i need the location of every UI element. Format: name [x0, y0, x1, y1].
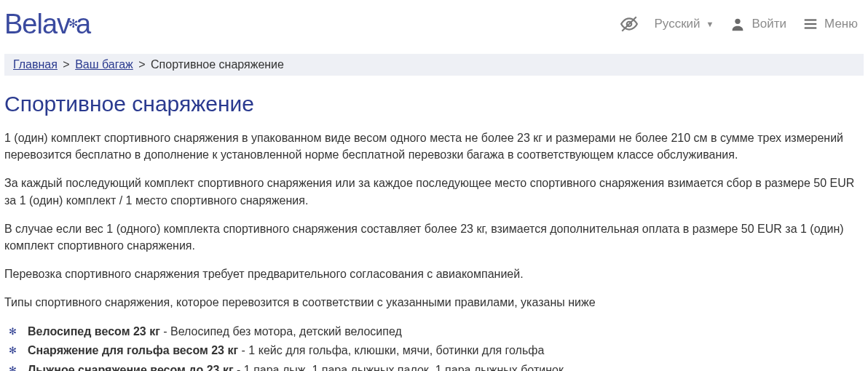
paragraph-4: Перевозка спортивного снаряжения требует… — [4, 266, 862, 282]
list-item: Снаряжение для гольфа весом 23 кг - 1 ке… — [25, 342, 862, 360]
main-content: Спортивное снаряжение 1 (один) комплект … — [0, 76, 868, 371]
svg-point-2 — [735, 19, 741, 24]
breadcrumb-home[interactable]: Главная — [13, 58, 58, 71]
paragraph-2: За каждый последующий комплект спортивно… — [4, 175, 862, 208]
site-header: Belav✻a Русский ▼ Войти — [0, 0, 868, 45]
paragraph-3: В случае если вес 1 (одного) комплекта с… — [4, 220, 862, 254]
breadcrumb: Главная > Ваш багаж > Спортивное снаряже… — [4, 54, 864, 76]
language-label: Русский — [655, 17, 701, 31]
menu-button[interactable]: Меню — [802, 16, 858, 32]
chevron-down-icon: ▼ — [706, 20, 714, 28]
menu-icon — [802, 16, 818, 32]
menu-label: Меню — [824, 17, 858, 31]
accessibility-icon[interactable] — [620, 15, 639, 33]
breadcrumb-current: Спортивное снаряжение — [151, 58, 284, 71]
user-icon — [730, 16, 746, 32]
header-actions: Русский ▼ Войти Меню — [620, 15, 859, 33]
paragraph-5: Типы спортивного снаряжения, которое пер… — [4, 294, 862, 311]
breadcrumb-baggage[interactable]: Ваш багаж — [75, 58, 133, 71]
snowflake-icon: ✻ — [68, 17, 77, 31]
language-selector[interactable]: Русский ▼ — [655, 17, 714, 31]
list-item: Велосипед весом 23 кг - Велосипед без мо… — [25, 323, 862, 341]
page-title: Спортивное снаряжение — [4, 92, 862, 116]
equipment-list: Велосипед весом 23 кг - Велосипед без мо… — [4, 323, 862, 372]
list-item: Лыжное снаряжение весом до 23 кг - 1 пар… — [25, 362, 862, 371]
paragraph-1: 1 (один) комплект спортивного снаряжения… — [4, 129, 862, 163]
login-button[interactable]: Войти — [730, 16, 786, 32]
login-label: Войти — [751, 17, 786, 31]
brand-logo[interactable]: Belav✻a — [4, 9, 90, 40]
